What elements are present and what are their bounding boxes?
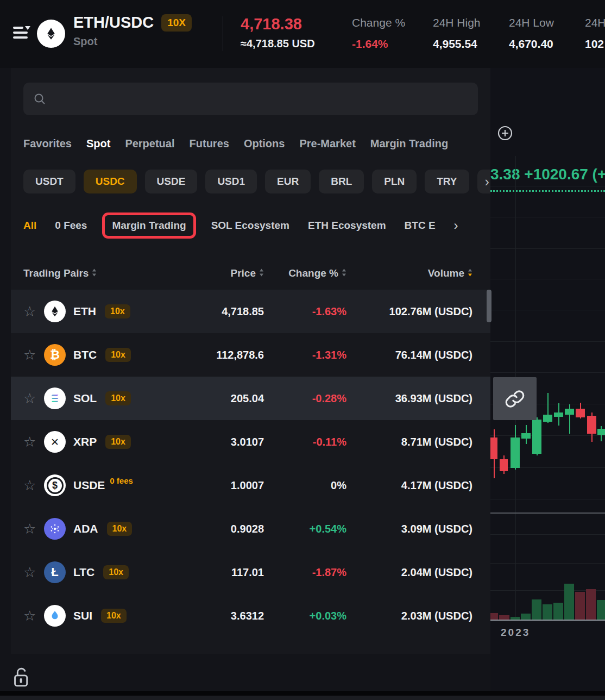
tab-margin-trading[interactable]: Margin Trading	[370, 138, 448, 150]
column-label: Change %	[288, 267, 338, 279]
filter-tab-eth-ecosystem[interactable]: ETH Ecosystem	[308, 220, 386, 232]
favorite-star-icon[interactable]: ☆	[23, 391, 40, 405]
column-header-change-[interactable]: Change %	[264, 267, 346, 279]
pair-symbol: XRP	[73, 435, 97, 448]
gridline	[490, 499, 605, 499]
change-cell: -1.31%	[264, 349, 346, 361]
table-row-btc[interactable]: ☆₿BTC10x112,878.6-1.31%76.14M (USDC)	[11, 333, 490, 377]
gridline	[490, 435, 605, 436]
filter-tab-margin-trading-annotated[interactable]: Margin Trading	[102, 212, 196, 239]
change-cell: -1.63%	[264, 305, 346, 318]
volume-bar	[597, 600, 605, 620]
favorite-star-icon[interactable]: ☆	[23, 609, 40, 623]
bottom-divider	[0, 691, 605, 696]
column-header-trading-pairs[interactable]: Trading Pairs	[23, 267, 172, 279]
tab-futures[interactable]: Futures	[190, 138, 229, 150]
favorite-star-icon[interactable]: ☆	[23, 348, 40, 362]
quote-tab-try[interactable]: TRY	[425, 170, 469, 193]
plus-circle-icon[interactable]	[497, 126, 513, 141]
volume-cell: 4.17M (USDC)	[346, 479, 472, 492]
column-label: Price	[231, 267, 256, 279]
quote-tab-pln[interactable]: PLN	[372, 170, 417, 193]
favorite-star-icon[interactable]: ☆	[23, 522, 40, 536]
stat-change-: Change %-1.64%	[352, 16, 405, 51]
price-cell: 4,718.85	[172, 305, 264, 318]
filter-tabs-scroll-right[interactable]: ›	[454, 218, 458, 233]
volume-bar	[511, 617, 520, 620]
volume-bar	[553, 603, 563, 620]
candle-body	[511, 438, 520, 468]
tab-options[interactable]: Options	[244, 138, 285, 150]
quote-tab-usdc[interactable]: USDC	[84, 170, 137, 193]
leverage-badge: 10x	[105, 435, 131, 449]
leverage-badge: 10x	[105, 348, 131, 362]
stat-value: 102	[585, 38, 605, 51]
price-cell: 205.04	[172, 392, 264, 405]
stat-value: 4,670.40	[509, 38, 554, 51]
table-row-ltc[interactable]: ☆ŁLTC10x117.01-1.87%2.04M (USDC)	[11, 551, 490, 594]
favorite-star-icon[interactable]: ☆	[23, 304, 40, 318]
filter-tab-all[interactable]: All	[23, 220, 36, 232]
gridline	[490, 186, 605, 186]
favorite-star-icon[interactable]: ☆	[23, 478, 40, 492]
table-row-sol[interactable]: ☆SOL10x205.04-0.28%36.93M (USDC)	[11, 377, 490, 420]
table-row-ada[interactable]: ☆ADA10x0.9028+0.54%3.09M (USDC)	[11, 507, 490, 551]
quote-tab-eur[interactable]: EUR	[265, 170, 311, 193]
header-divider	[223, 16, 223, 51]
leverage-badge: 10x	[107, 522, 133, 536]
volume-bar	[499, 615, 509, 620]
table-row-eth[interactable]: ☆ETH10x4,718.85-1.63%102.76M (USDC)	[11, 290, 490, 333]
favorite-star-icon[interactable]: ☆	[23, 565, 40, 579]
filter-tab-sol-ecosystem[interactable]: SOL Ecosystem	[211, 220, 289, 232]
stat-24h: 24H102	[585, 16, 605, 51]
search-input[interactable]	[53, 92, 468, 106]
gridline	[490, 217, 605, 217]
quote-tab-usde[interactable]: USDE	[145, 170, 198, 193]
column-header-volume[interactable]: Volume	[346, 267, 472, 279]
table-row-usde[interactable]: ☆$USDE0 fees1.00070%4.17M (USDC)	[11, 464, 490, 507]
eth-logo-icon	[37, 20, 65, 48]
filter-tab-btc-e[interactable]: BTC E	[405, 220, 436, 232]
tab-pre-market[interactable]: Pre-Market	[299, 138, 355, 150]
gridline	[490, 534, 605, 535]
quote-tabs-scroll-right[interactable]: ›	[477, 170, 490, 193]
candle-body	[576, 409, 585, 417]
table-header: Trading PairsPriceChange %Volume	[11, 258, 490, 288]
pair-cell: ☆₿BTC10x	[23, 344, 172, 366]
menu-icon[interactable]	[13, 27, 29, 42]
coin-icon-xrp: ✕	[44, 431, 66, 453]
tab-perpetual[interactable]: Perpetual	[125, 138, 174, 150]
volume-bar	[543, 604, 552, 620]
unlock-icon[interactable]	[12, 665, 33, 691]
quote-tab-usd1[interactable]: USD1	[205, 170, 257, 193]
volume-bar	[532, 599, 541, 620]
tab-spot[interactable]: Spot	[86, 138, 110, 150]
pair-cell: ☆ETH10x	[23, 301, 172, 322]
price-cell: 3.6312	[172, 610, 264, 622]
coin-icon-eth	[44, 301, 66, 322]
pair-cell: ☆✕XRP10x	[23, 431, 172, 453]
pair-title[interactable]: ETH/USDC	[73, 14, 154, 32]
sort-icon	[259, 267, 264, 279]
search-box[interactable]	[23, 83, 478, 115]
zero-fees-badge: 0 fees	[110, 476, 133, 485]
volume-bar	[575, 592, 585, 620]
tab-favorites[interactable]: Favorites	[23, 138, 72, 150]
pair-symbol: SUI	[73, 609, 92, 622]
price-cell: 1.0007	[172, 479, 264, 492]
favorite-star-icon[interactable]: ☆	[23, 435, 40, 449]
coin-icon-ada	[44, 518, 66, 540]
table-row-sui[interactable]: ☆SUI10x3.6312+0.03%2.03M (USDC)	[11, 594, 490, 638]
scrollbar-thumb[interactable]	[487, 290, 491, 322]
quote-tab-brl[interactable]: BRL	[319, 170, 364, 193]
table-row-xrp[interactable]: ☆✕XRP10x3.0107-0.11%8.71M (USDC)	[11, 420, 490, 464]
coin-icon-sui	[44, 605, 66, 627]
pair-symbol: SOL	[73, 392, 97, 405]
column-header-price[interactable]: Price	[172, 267, 264, 279]
market-type-label: Spot	[73, 35, 192, 48]
coin-icon-btc: ₿	[44, 344, 66, 366]
quote-tab-usdt[interactable]: USDT	[23, 170, 75, 193]
filter-tab-0-fees[interactable]: 0 Fees	[55, 220, 87, 232]
x-axis-year-label: 2023	[501, 627, 530, 639]
link-button[interactable]	[493, 377, 537, 420]
